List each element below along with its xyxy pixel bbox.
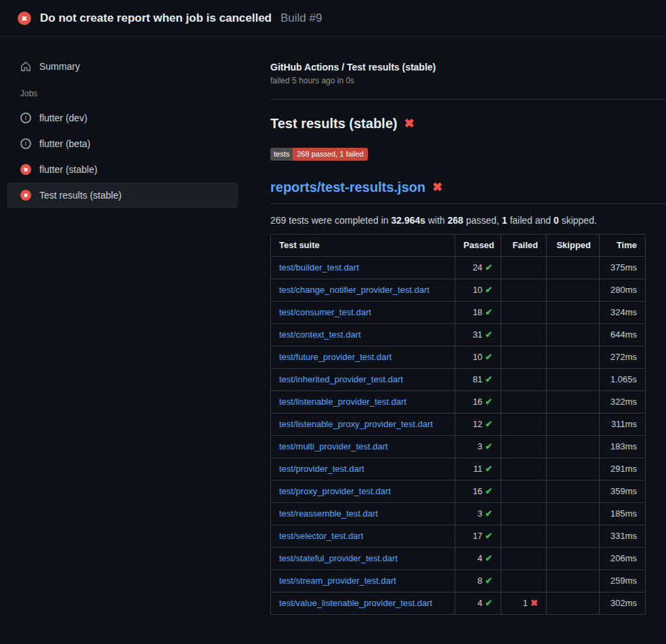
test-suite-link[interactable]: test/selector_test.dart <box>279 531 363 541</box>
table-row: test/builder_test.dart 24✔ 375ms <box>271 257 646 279</box>
main-content: GitHub Actions / Test results (stable) f… <box>270 37 666 615</box>
neutral-status-icon: ! <box>20 113 31 123</box>
failed-cell <box>501 436 547 458</box>
test-suite-link[interactable]: test/change_notifier_provider_test.dart <box>279 285 430 295</box>
passed-count: 4 <box>478 598 482 608</box>
passed-count: 18 <box>473 307 482 317</box>
table-row: test/change_notifier_provider_test.dart … <box>271 279 646 302</box>
table-row: test/listenable_proxy_provider_test.dart… <box>271 414 646 436</box>
test-suite-link[interactable]: test/context_test.dart <box>279 329 361 340</box>
passed-count: 8 <box>478 576 482 586</box>
col-time: Time <box>600 235 646 257</box>
time-cell: 280ms <box>600 279 646 302</box>
tests-badge: tests 268 passed, 1 failed <box>270 148 368 161</box>
time-cell: 644ms <box>600 324 646 346</box>
failed-cell <box>501 458 547 481</box>
summary-failed: 1 <box>502 215 507 226</box>
passed-count: 16 <box>473 486 482 496</box>
test-suite-link[interactable]: test/consumer_test.dart <box>279 307 371 317</box>
sidebar-item-summary[interactable]: Summary <box>7 55 238 78</box>
page-title: Do not create report when job is cancell… <box>40 10 272 26</box>
test-suite-link[interactable]: test/inherited_provider_test.dart <box>279 374 403 384</box>
home-icon <box>20 61 31 72</box>
test-suite-link[interactable]: test/provider_test.dart <box>279 464 365 474</box>
time-cell: 291ms <box>600 458 646 481</box>
time-cell: 359ms <box>600 481 646 503</box>
test-suite-link[interactable]: test/future_provider_test.dart <box>279 352 392 362</box>
time-cell: 311ms <box>600 414 646 436</box>
badge-wrap: tests 268 passed, 1 failed <box>270 147 666 161</box>
skipped-cell <box>547 369 600 391</box>
failed-cell <box>501 391 547 414</box>
passed-count: 16 <box>473 397 482 407</box>
test-suite-link[interactable]: test/listenable_proxy_provider_test.dart <box>279 419 433 429</box>
x-icon: ✖ <box>530 598 538 608</box>
check-icon: ✔ <box>485 576 493 586</box>
table-row: test/reassemble_test.dart 3✔ 185ms <box>271 503 646 525</box>
check-icon: ✔ <box>485 329 493 340</box>
failed-count: 1 <box>523 598 528 608</box>
check-icon: ✔ <box>485 285 493 295</box>
check-icon: ✔ <box>485 397 493 407</box>
passed-count: 10 <box>473 352 482 362</box>
passed-count: 31 <box>473 329 482 340</box>
col-failed: Failed <box>501 235 547 257</box>
skipped-cell <box>547 436 600 458</box>
skipped-cell <box>547 525 600 548</box>
check-icon: ✔ <box>485 464 493 474</box>
test-suite-link[interactable]: test/stream_provider_test.dart <box>279 576 396 586</box>
table-row: test/proxy_provider_test.dart 16✔ 359ms <box>271 481 646 503</box>
test-suite-link[interactable]: test/listenable_provider_test.dart <box>279 397 407 407</box>
test-suite-link[interactable]: test/stateful_provider_test.dart <box>279 553 398 563</box>
skipped-cell <box>547 548 600 570</box>
failed-cell <box>501 481 547 503</box>
sidebar-item-test-results-stable[interactable]: ✖ Test results (stable) <box>7 182 238 208</box>
sidebar-item-flutter-dev[interactable]: ! flutter (dev) <box>7 105 238 131</box>
test-suite-link[interactable]: test/builder_test.dart <box>279 262 359 273</box>
skipped-cell <box>547 481 600 503</box>
failed-cell <box>501 302 547 324</box>
table-row: test/context_test.dart 31✔ 644ms <box>271 324 646 346</box>
skipped-cell <box>547 257 600 279</box>
passed-count: 4 <box>478 553 482 563</box>
table-header-row: Test suite Passed Failed Skipped Time <box>271 235 646 257</box>
job-label: flutter (stable) <box>39 164 98 175</box>
job-label: flutter (dev) <box>39 113 87 123</box>
failed-cell: 1✖ <box>501 592 547 615</box>
time-cell: 272ms <box>600 346 646 369</box>
check-icon: ✔ <box>485 352 493 362</box>
summary-text: failed and <box>507 215 554 226</box>
header: ✖ Do not create report when job is cance… <box>0 0 666 37</box>
failed-status-icon: ✖ <box>20 164 31 175</box>
summary-text: skipped. <box>559 215 597 226</box>
failed-cell <box>501 346 547 369</box>
test-results-table: Test suite Passed Failed Skipped Time te… <box>270 234 646 615</box>
time-cell: 185ms <box>600 503 646 525</box>
test-suite-link[interactable]: test/value_listenable_provider_test.dart <box>279 598 432 608</box>
failed-cell <box>501 548 547 570</box>
test-suite-link[interactable]: test/multi_provider_test.dart <box>279 441 388 451</box>
check-icon: ✔ <box>485 262 493 273</box>
skipped-cell <box>547 324 600 346</box>
passed-count: 81 <box>473 374 482 384</box>
skipped-cell <box>547 458 600 481</box>
passed-count: 11 <box>474 464 483 474</box>
test-suite-link[interactable]: test/reassemble_test.dart <box>279 508 378 519</box>
summary-text: passed, <box>463 215 502 226</box>
skipped-cell <box>547 346 600 369</box>
report-file-link[interactable]: reports/test-results.json <box>270 178 425 196</box>
jobs-heading: Jobs <box>20 89 238 98</box>
passed-count: 17 <box>473 531 482 541</box>
sidebar-item-flutter-beta[interactable]: ! flutter (beta) <box>7 131 238 157</box>
test-suite-link[interactable]: test/proxy_provider_test.dart <box>279 486 391 496</box>
sidebar-item-flutter-stable[interactable]: ✖ flutter (stable) <box>7 157 238 182</box>
failed-cell <box>501 279 547 302</box>
time-cell: 302ms <box>600 592 646 615</box>
job-label: Test results (stable) <box>39 190 121 201</box>
failed-cell <box>501 257 547 279</box>
table-row: test/stream_provider_test.dart 8✔ 259ms <box>271 570 646 592</box>
check-icon: ✔ <box>485 553 493 563</box>
table-row: test/consumer_test.dart 18✔ 324ms <box>271 302 646 324</box>
failed-cell <box>501 324 547 346</box>
table-row: test/value_listenable_provider_test.dart… <box>271 592 646 615</box>
